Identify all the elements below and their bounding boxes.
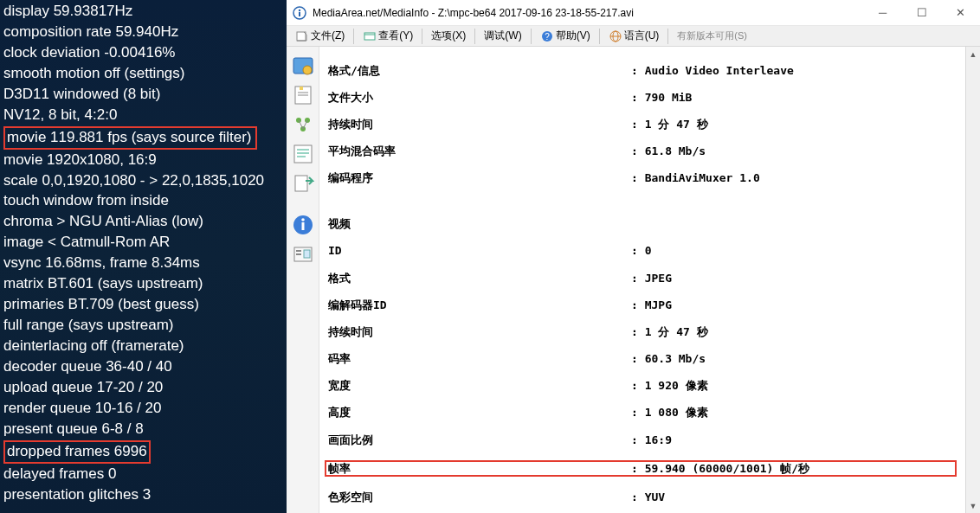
video-renderer-osd: display 59.93817Hz composition rate 59.9… <box>0 0 287 513</box>
osd-line: display 59.93817Hz <box>3 2 283 22</box>
field-key: 码率 <box>328 352 631 366</box>
scroll-down-arrow[interactable]: ▼ <box>966 498 980 513</box>
field-key: ID <box>328 244 631 258</box>
osd-line: movie 1920x1080, 16:9 <box>3 151 283 170</box>
field-value: 1 分 47 秒 <box>645 325 708 339</box>
mediainfo-window: MediaArea.net/MediaInfo - Z:\mpc-be64 20… <box>287 0 980 513</box>
menu-update[interactable]: 有新版本可用(S) <box>672 27 752 46</box>
osd-line: upload queue 17-20 / 20 <box>3 378 283 398</box>
field-sep: : <box>631 91 645 105</box>
field-sep: : <box>631 171 645 185</box>
svg-rect-3 <box>297 32 306 41</box>
vertical-scrollbar[interactable]: ▲ ▼ <box>965 47 980 513</box>
menu-language[interactable]: 语言(U) <box>603 27 665 46</box>
field-key: 持续时间 <box>328 118 631 131</box>
field-key: 宽度 <box>328 379 631 393</box>
field-key: 平均混合码率 <box>328 144 631 158</box>
osd-line: present queue 6-8 / 8 <box>3 420 283 439</box>
field-key: 持续时间 <box>328 325 631 339</box>
tool-text-view[interactable] <box>289 140 317 168</box>
field-value: YUV <box>645 491 665 504</box>
menu-options[interactable]: 选项(X) <box>426 27 471 46</box>
field-value: 59.940 (60000/1001) 帧/秒 <box>645 462 809 476</box>
field-sep: : <box>631 272 645 285</box>
osd-line: D3D11 windowed (8 bit) <box>3 85 283 105</box>
field-value: 1 080 像素 <box>645 406 708 420</box>
svg-point-27 <box>301 218 305 221</box>
field-sep: : <box>631 64 645 78</box>
svg-rect-32 <box>304 250 310 258</box>
osd-highlight-dropped: dropped frames 6996 <box>3 440 151 464</box>
osd-line: composition rate 59.940Hz <box>3 22 283 42</box>
field-key: 文件大小 <box>328 91 631 105</box>
window-titlebar[interactable]: MediaArea.net/MediaInfo - Z:\mpc-be64 20… <box>287 0 980 26</box>
osd-line: clock deviation -0.00416% <box>3 43 283 63</box>
menu-debug-label: 调试(W) <box>484 29 521 43</box>
field-value: 0 <box>645 244 652 258</box>
osd-line: smooth motion off (settings) <box>3 64 283 84</box>
svg-rect-21 <box>294 145 312 163</box>
field-sep: : <box>631 298 645 312</box>
scroll-up-arrow[interactable]: ▲ <box>966 47 980 61</box>
osd-line: delayed frames 0 <box>3 465 283 484</box>
osd-line: chroma > NGU Anti-Alias (low) <box>3 212 283 232</box>
svg-rect-4 <box>364 33 375 40</box>
view-icon <box>363 29 377 43</box>
field-key: 编解码器ID <box>328 298 631 312</box>
field-sep: : <box>631 462 645 476</box>
app-icon <box>292 5 307 21</box>
field-key: 帧率 <box>328 462 631 476</box>
tool-options[interactable] <box>289 240 317 268</box>
mediainfo-text-view[interactable]: 格式/信息: Audio Video Interleave 文件大小: 790 … <box>319 47 965 513</box>
globe-icon <box>609 29 622 43</box>
section-header-video: 视频 <box>328 217 631 231</box>
menu-separator <box>474 29 475 44</box>
svg-rect-31 <box>296 253 301 255</box>
menu-debug[interactable]: 调试(W) <box>479 27 526 46</box>
field-sep: : <box>631 352 645 366</box>
field-value: JPEG <box>645 272 672 285</box>
menu-separator <box>599 29 600 44</box>
menu-view[interactable]: 查看(Y) <box>358 27 418 46</box>
menu-separator <box>353 29 354 44</box>
maximize-button[interactable]: ☐ <box>902 0 941 26</box>
file-icon <box>295 29 309 43</box>
menu-bar: 文件(Z) 查看(Y) 选项(X) 调试(W) ? 帮助(V) 语言(U) 有新… <box>287 26 980 47</box>
tool-sheet-view[interactable] <box>289 81 317 109</box>
highlight-fps-row: 帧率: 59.940 (60000/1001) 帧/秒 <box>325 460 957 478</box>
svg-rect-25 <box>295 176 307 191</box>
svg-rect-28 <box>301 222 304 230</box>
menu-file[interactable]: 文件(Z) <box>290 27 350 46</box>
scroll-track[interactable] <box>966 61 980 498</box>
osd-line: render queue 10-16 / 20 <box>3 399 283 419</box>
menu-help[interactable]: ? 帮助(V) <box>535 27 596 46</box>
tool-about[interactable] <box>289 211 317 239</box>
field-value: 790 MiB <box>645 91 693 105</box>
minimize-button[interactable]: ─ <box>863 0 902 26</box>
menu-help-label: 帮助(V) <box>556 29 590 43</box>
osd-line: deinterlacing off (framerate) <box>3 337 283 356</box>
menu-update-label: 有新版本可用(S) <box>677 29 747 42</box>
svg-point-1 <box>299 9 300 10</box>
osd-line: decoder queue 36-40 / 40 <box>3 357 283 377</box>
field-value: 1 920 像素 <box>645 379 708 393</box>
tool-easy-view[interactable] <box>289 52 317 80</box>
osd-line: image < Catmull-Rom AR <box>3 233 283 253</box>
field-key: 画面比例 <box>328 433 631 447</box>
field-sep: : <box>631 406 645 420</box>
osd-line: primaries BT.709 (best guess) <box>3 295 283 315</box>
menu-options-label: 选项(X) <box>431 29 466 43</box>
field-sep: : <box>631 379 645 393</box>
tool-export[interactable] <box>289 170 317 197</box>
menu-language-label: 语言(U) <box>624 29 660 43</box>
menu-file-label: 文件(Z) <box>311 29 345 43</box>
menu-separator <box>531 29 532 44</box>
menu-view-label: 查看(Y) <box>378 29 413 43</box>
close-button[interactable]: ✕ <box>941 0 980 26</box>
field-key: 高度 <box>328 406 631 420</box>
osd-line: matrix BT.601 (says upstream) <box>3 274 283 294</box>
field-value: 16:9 <box>645 433 672 447</box>
field-sep: : <box>631 144 645 158</box>
tool-tree-view[interactable] <box>289 111 317 138</box>
svg-rect-2 <box>299 12 300 16</box>
